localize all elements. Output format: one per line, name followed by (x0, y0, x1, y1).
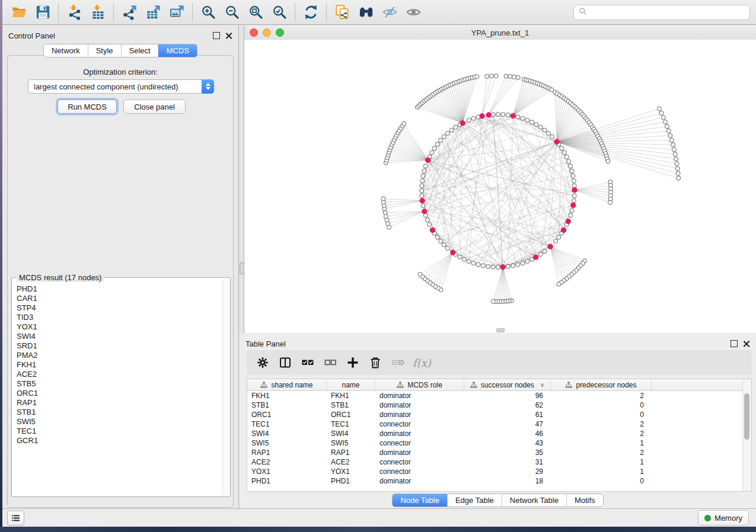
toolbar-separator (326, 4, 327, 21)
column-header-predecessor-nodes[interactable]: predecessor nodes (551, 379, 652, 390)
memory-button[interactable]: Memory (698, 510, 749, 525)
mcds-result-item[interactable]: SRD1 (17, 341, 222, 351)
binoculars-icon[interactable] (354, 3, 378, 22)
column-header-shared-name[interactable]: shared name (247, 379, 327, 390)
trash-icon[interactable] (365, 354, 385, 371)
mcds-result-item[interactable]: SWI4 (17, 332, 222, 341)
hide-eye-icon[interactable] (378, 3, 401, 22)
zoom-in-icon[interactable] (196, 3, 220, 22)
criterion-select[interactable]: largest connected component (undirected) (28, 79, 214, 94)
mcds-result-item[interactable]: PMA2 (17, 351, 222, 360)
table-panel: Table Panel f(x) shared namenameMCDS rol… (240, 334, 756, 508)
mcds-result-item[interactable]: YOX1 (17, 322, 222, 332)
open-icon[interactable] (7, 3, 31, 22)
network-view-title: YPA_prune.txt_1 (244, 28, 756, 37)
mcds-result-item[interactable]: STP4 (17, 303, 222, 313)
column-header-filler (652, 379, 751, 390)
table-cell: 0 (551, 400, 652, 410)
table-row[interactable]: YOX1YOX1connector291 (247, 467, 751, 476)
import-network-icon[interactable] (62, 3, 86, 22)
panel-menu-button[interactable] (7, 511, 24, 525)
column-header-label: shared name (271, 381, 312, 389)
save-icon[interactable] (31, 3, 55, 22)
mcds-result-item[interactable]: RAP1 (17, 398, 222, 408)
table-row[interactable]: RAP1RAP1dominator352 (247, 448, 751, 457)
network-canvas[interactable] (244, 40, 756, 333)
table-cell: connector (375, 438, 464, 448)
mcds-result-item[interactable]: ORC1 (17, 389, 222, 398)
tab-style[interactable]: Style (88, 44, 121, 57)
mcds-result-item[interactable]: ACE2 (17, 370, 222, 379)
mcds-result-item[interactable]: GCR1 (17, 436, 222, 446)
float-table-panel-icon[interactable] (731, 340, 738, 347)
table-row[interactable]: SWI5SWI5connector431 (247, 438, 751, 448)
table-cell: 2 (551, 429, 652, 438)
mcds-result-groupbox: MCDS result (17 nodes) PHD1CAR1STP4TID3Y… (11, 277, 231, 497)
mcds-result-item[interactable]: SWI5 (17, 417, 222, 427)
node-table-body: FKH1FKH1dominator962STB1STB1dominator620… (247, 391, 751, 486)
export-image-icon[interactable] (165, 3, 189, 22)
run-mcds-button[interactable]: Run MCDS (58, 100, 117, 114)
mcds-result-title: MCDS result (17 nodes) (17, 273, 104, 282)
function-builder-icon[interactable]: f(x) (413, 357, 431, 369)
table-cell: FKH1 (327, 391, 375, 400)
tab-network[interactable]: Network (44, 44, 88, 57)
mcds-result-item[interactable]: TID3 (17, 313, 222, 322)
show-eye-icon[interactable] (401, 3, 425, 22)
tab-mcds[interactable]: MCDS (158, 44, 197, 57)
column-header-label: successor nodes (481, 381, 534, 389)
select-all-icon[interactable] (298, 354, 318, 371)
mcds-result-item[interactable]: TEC1 (17, 427, 222, 436)
table-row[interactable]: TEC1TEC1connector472 (247, 419, 751, 429)
horizontal-splitter-grip[interactable] (496, 328, 505, 332)
tab-node-table[interactable]: Node Table (393, 494, 447, 507)
columns-icon[interactable] (275, 354, 295, 371)
zoom-fit-icon[interactable] (244, 3, 267, 22)
add-icon[interactable] (343, 354, 363, 371)
table-row[interactable]: SWI4SWI4dominator462 (247, 429, 751, 438)
table-row[interactable]: ACE2ACE2connector311 (247, 457, 751, 467)
close-table-panel-icon[interactable] (743, 340, 750, 347)
table-row[interactable]: ORC1ORC1dominator610 (247, 410, 751, 419)
float-panel-icon[interactable] (213, 32, 220, 39)
tab-edge-table[interactable]: Edge Table (447, 494, 502, 507)
search-input[interactable] (591, 7, 745, 17)
table-row[interactable]: FKH1FKH1dominator962 (247, 391, 751, 400)
mcds-result-item[interactable]: FKH1 (17, 360, 222, 370)
tab-select[interactable]: Select (121, 44, 158, 57)
export-table-icon[interactable] (141, 3, 165, 22)
export-network-icon[interactable] (117, 3, 141, 22)
table-scrollbar[interactable] (742, 379, 751, 491)
table-scrollbar-thumb[interactable] (744, 393, 749, 440)
zoom-selected-icon[interactable] (267, 3, 291, 22)
refresh-icon[interactable] (299, 3, 323, 22)
column-header-successor-nodes[interactable]: successor nodes∨ (464, 379, 551, 390)
mcds-result-item[interactable]: STB5 (17, 379, 222, 389)
tab-motifs[interactable]: Motifs (566, 494, 603, 507)
criterion-select-value: largest connected component (undirected) (28, 82, 202, 91)
table-row[interactable]: STB1STB1dominator620 (247, 400, 751, 410)
table-cell: 1 (551, 438, 652, 448)
deselect-all-icon[interactable] (320, 354, 340, 371)
import-table-icon[interactable] (86, 3, 110, 22)
table-toolbar: f(x) (247, 350, 752, 375)
mcds-result-item[interactable]: STB1 (17, 408, 222, 417)
table-row[interactable]: PHD1PHD1dominator180 (247, 476, 751, 486)
gear-icon[interactable] (253, 354, 273, 371)
mcds-result-scrollbar[interactable] (222, 279, 229, 495)
mcds-result-item[interactable]: CAR1 (17, 294, 222, 303)
close-panel-icon[interactable] (225, 32, 232, 39)
splitter-grip[interactable] (240, 262, 244, 274)
share-document-icon[interactable] (330, 3, 354, 22)
table-cell: YOX1 (247, 467, 327, 476)
table-cell: RAP1 (327, 448, 375, 457)
close-panel-button[interactable]: Close panel (123, 100, 186, 114)
tab-network-table[interactable]: Network Table (502, 494, 566, 507)
column-header-name[interactable]: name (327, 379, 375, 390)
zoom-out-icon[interactable] (220, 3, 244, 22)
mcds-result-item[interactable]: PHD1 (17, 284, 222, 294)
table-panel-tabs: Node TableEdge TableNetwork TableMotifs (392, 493, 603, 507)
column-header-MCDS-role[interactable]: MCDS role (375, 379, 464, 390)
table-cell: RAP1 (247, 448, 327, 457)
table-cell: connector (375, 467, 464, 476)
